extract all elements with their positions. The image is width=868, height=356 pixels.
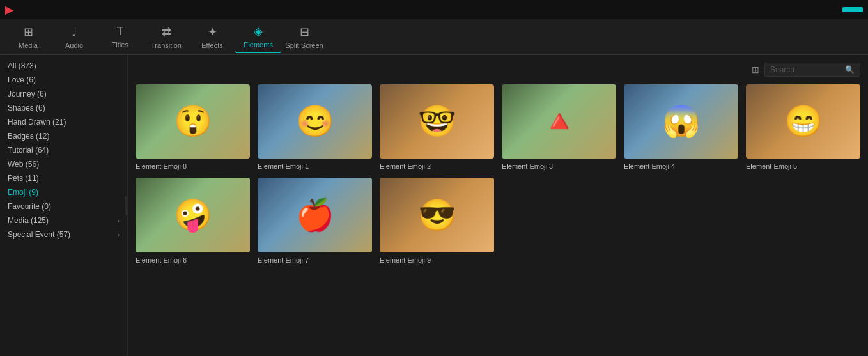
element-thumb-inner-8: 😎 [380, 178, 494, 252]
effects-icon: ✦ [208, 25, 217, 39]
toolbar-item-splitscreen[interactable]: ⊟Split Screen [281, 21, 327, 53]
sidebar-label-6: Tutorial (64) [8, 146, 49, 155]
element-label-1: Element Emoji 1 [258, 162, 372, 170]
element-card-0[interactable]: 😲Element Emoji 8 [136, 84, 250, 170]
toolbar-item-titles[interactable]: TTitles [97, 21, 143, 53]
element-thumb-5: ⬇😁 [746, 84, 860, 159]
sidebar-item-7[interactable]: Web (56) [0, 157, 127, 171]
element-card-8[interactable]: ⬇😎Element Emoji 9 [380, 178, 494, 263]
element-card-1[interactable]: ⬇😊Element Emoji 1 [258, 84, 372, 170]
sidebar-label-12: Special Event (57) [8, 230, 70, 239]
elements-grid: 😲Element Emoji 8⬇😊Element Emoji 1⬇🤓Eleme… [136, 84, 860, 264]
grid-toggle[interactable]: ⊞ [752, 65, 759, 75]
toolbar-label-media: Media [19, 42, 38, 49]
element-thumb-inner-5: 😁 [746, 84, 860, 159]
toolbar-item-transition[interactable]: ⇄Transition [143, 21, 189, 53]
sidebar-item-8[interactable]: Pets (11) [0, 171, 127, 185]
sidebar-item-12[interactable]: Special Event (57)› [0, 228, 127, 242]
app-logo-icon: ▶ [5, 4, 13, 16]
sidebar-label-1: Love (6) [8, 75, 36, 84]
sidebar-item-6[interactable]: Tutorial (64) [0, 143, 127, 157]
toolbar-label-titles: Titles [112, 41, 128, 49]
sidebar-item-5[interactable]: Badges (12) [0, 129, 127, 143]
element-card-3[interactable]: ⬇🔺Element Emoji 3 [502, 84, 616, 170]
content-header: ⊞ 🔍 [136, 63, 860, 77]
sidebar: All (373)Love (6)Journey (6)Shapes (6)Ha… [0, 55, 128, 356]
toolbar-item-audio[interactable]: ♩Audio [51, 21, 97, 53]
element-thumb-inner-2: 🤓 [380, 84, 494, 159]
element-thumb-inner-6: 🤪 [136, 178, 250, 252]
audio-icon: ♩ [72, 25, 77, 39]
search-icon[interactable]: 🔍 [845, 65, 855, 74]
sidebar-item-9[interactable]: Emoji (9) [0, 185, 127, 199]
toolbar-item-media[interactable]: ⊞Media [5, 21, 51, 53]
sidebar-arrow-11: › [118, 217, 120, 224]
content-area: ⊞ 🔍 😲Element Emoji 8⬇😊Element Emoji 1⬇🤓E… [128, 55, 868, 356]
sidebar-item-4[interactable]: Hand Drawn (21) [0, 115, 127, 129]
element-thumb-6: ⬇🤪 [136, 178, 250, 252]
sidebar-arrow-12: › [118, 231, 120, 238]
element-thumb-inner-4: 😱 [624, 84, 738, 159]
sidebar-label-11: Media (125) [8, 216, 49, 225]
toolbar-label-splitscreen: Split Screen [285, 42, 323, 49]
sidebar-label-9: Emoji (9) [8, 188, 38, 197]
sidebar-item-1[interactable]: Love (6) [0, 73, 127, 87]
element-label-6: Element Emoji 6 [136, 256, 250, 264]
sidebar-label-3: Shapes (6) [8, 104, 45, 112]
element-label-2: Element Emoji 2 [380, 162, 494, 170]
top-bar: ▶ [0, 0, 868, 19]
toolbar-item-effects[interactable]: ✦Effects [189, 21, 235, 53]
sidebar-label-5: Badges (12) [8, 132, 49, 141]
element-thumb-1: ⬇😊 [258, 84, 372, 159]
elements-icon: ◈ [254, 24, 263, 38]
sidebar-item-0[interactable]: All (373) [0, 59, 127, 73]
element-label-8: Element Emoji 9 [380, 256, 494, 264]
search-input[interactable] [770, 65, 841, 74]
sidebar-label-8: Pets (11) [8, 174, 39, 183]
sidebar-label-7: Web (56) [8, 160, 39, 169]
element-card-4[interactable]: ⬇😱Element Emoji 4 [624, 84, 738, 170]
element-thumb-inner-1: 😊 [258, 84, 372, 159]
splitscreen-icon: ⊟ [300, 25, 309, 39]
element-label-7: Element Emoji 7 [258, 256, 372, 264]
sidebar-label-0: All (373) [8, 61, 36, 70]
element-thumb-4: ⬇😱 [624, 84, 738, 159]
sidebar-item-10[interactable]: Favourite (0) [0, 199, 127, 213]
media-icon: ⊞ [24, 25, 33, 39]
element-label-0: Element Emoji 8 [136, 162, 250, 170]
element-thumb-0: 😲 [136, 84, 250, 159]
element-thumb-2: ⬇🤓 [380, 84, 494, 159]
search-box: 🔍 [764, 63, 860, 77]
toolbar-label-transition: Transition [151, 42, 182, 49]
sidebar-item-2[interactable]: Journey (6) [0, 87, 127, 101]
toolbar-label-audio: Audio [65, 42, 83, 49]
element-card-7[interactable]: ⬇🍎Element Emoji 7 [258, 178, 372, 263]
element-thumb-3: ⬇🔺 [502, 84, 616, 159]
export-button[interactable] [842, 7, 863, 12]
transition-icon: ⇄ [162, 25, 171, 39]
sidebar-collapse-button[interactable]: ‹ [125, 196, 128, 215]
sidebar-label-4: Hand Drawn (21) [8, 118, 66, 127]
sidebar-label-10: Favourite (0) [8, 202, 51, 211]
element-thumb-inner-7: 🍎 [258, 178, 372, 252]
toolbar-label-elements: Elements [244, 41, 273, 49]
titles-icon: T [117, 25, 124, 38]
element-thumb-7: ⬇🍎 [258, 178, 372, 252]
app-logo: ▶ [5, 4, 17, 16]
element-thumb-8: ⬇😎 [380, 178, 494, 252]
element-card-2[interactable]: ⬇🤓Element Emoji 2 [380, 84, 494, 170]
element-card-5[interactable]: ⬇😁Element Emoji 5 [746, 84, 860, 170]
element-thumb-inner-3: 🔺 [502, 84, 616, 159]
sidebar-item-11[interactable]: Media (125)› [0, 213, 127, 228]
main-layout: All (373)Love (6)Journey (6)Shapes (6)Ha… [0, 55, 868, 356]
element-thumb-inner-0: 😲 [136, 84, 250, 159]
element-card-6[interactable]: ⬇🤪Element Emoji 6 [136, 178, 250, 263]
toolbar-label-effects: Effects [201, 42, 222, 49]
toolbar: ⊞Media♩AudioTTitles⇄Transition✦Effects◈E… [0, 19, 868, 55]
element-label-4: Element Emoji 4 [624, 162, 738, 170]
sidebar-item-3[interactable]: Shapes (6) [0, 101, 127, 115]
sidebar-label-2: Journey (6) [8, 89, 47, 98]
element-label-5: Element Emoji 5 [746, 162, 860, 170]
toolbar-item-elements[interactable]: ◈Elements [235, 21, 281, 53]
element-label-3: Element Emoji 3 [502, 162, 616, 170]
